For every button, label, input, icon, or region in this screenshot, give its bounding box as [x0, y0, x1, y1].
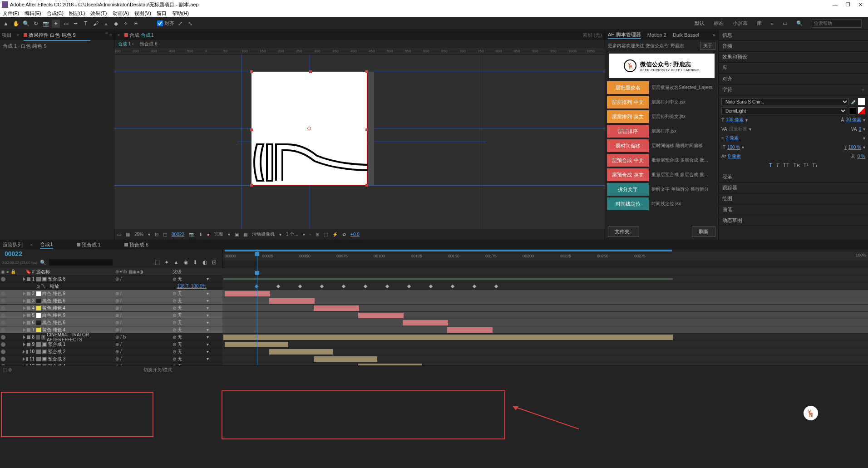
res-icon[interactable]: ▭ — [117, 232, 121, 237]
opt3-icon[interactable]: ⬚ — [324, 232, 328, 237]
workspace-more-icon[interactable]: » — [771, 21, 774, 26]
tab-tl-comp1[interactable]: 合成1 — [40, 241, 53, 249]
layer-row[interactable]: 1▦预合成 6⊕/⊘无▾ — [0, 276, 222, 283]
tab-effect-controls[interactable]: 效果控件 白色 纯色 9 — [24, 32, 75, 39]
help-search-input[interactable] — [812, 20, 862, 28]
menu-item[interactable]: 合成(C) — [47, 10, 64, 17]
snap-option-icon[interactable]: ⤢ — [176, 20, 184, 28]
font-size[interactable]: 138 像素 — [726, 117, 744, 123]
prop-section-4[interactable]: 对齐 — [719, 74, 868, 84]
channel-icon[interactable]: ⬇ — [199, 232, 202, 237]
menu-item[interactable]: 编辑(E) — [25, 10, 41, 17]
color-icon[interactable]: ● — [207, 232, 210, 237]
script-button[interactable]: 层批量改名 — [607, 81, 649, 94]
tab-tl-precomp6[interactable]: 预合成 6 — [124, 241, 148, 248]
script-button[interactable]: 时间线定位 — [607, 197, 649, 210]
track-row[interactable] — [222, 290, 868, 297]
frame-icon[interactable]: ⊡ — [155, 232, 158, 237]
tl-opt6-icon[interactable]: ◐ — [201, 258, 209, 266]
eyedropper-icon[interactable]: 💉 — [851, 99, 856, 104]
script-button[interactable]: 层预合成 中文 — [607, 154, 649, 167]
tl-opt4-icon[interactable]: ◉ — [182, 258, 190, 266]
tl-opt3-icon[interactable]: ▲ — [172, 258, 180, 266]
workspace-standard[interactable]: 标准 — [714, 20, 724, 27]
roto-tool-icon[interactable]: ✧ — [122, 20, 130, 28]
prop-section-0[interactable]: 信息 — [719, 30, 868, 41]
anchor-tool-icon[interactable]: ✦ — [52, 20, 60, 28]
swap-swatch[interactable] — [858, 107, 865, 114]
tab-tl-precomp1[interactable]: 预合成 1 — [77, 241, 101, 248]
mask-icon[interactable]: ◫ — [163, 232, 167, 237]
track-row[interactable] — [222, 276, 868, 283]
snap-option2-icon[interactable]: ⤡ — [186, 20, 194, 28]
scripts-more-icon[interactable]: » — [713, 32, 715, 38]
fill-swatch[interactable] — [858, 98, 865, 105]
layer-row[interactable]: 8TCINEMA4...TRATOR AFTEREFFECTS⊕/fx⊘无▾ — [0, 334, 222, 341]
eraser-tool-icon[interactable]: ◆ — [112, 20, 120, 28]
opt1-icon[interactable]: ▫ — [310, 232, 311, 237]
panel-dropdown-icon[interactable]: » — [105, 30, 108, 35]
kerning[interactable]: 度量标准 — [729, 126, 747, 132]
rotate-tool-icon[interactable]: ↻ — [32, 20, 40, 28]
view-icon[interactable]: ▦ — [243, 232, 247, 237]
opt2-icon[interactable]: ⊞ — [316, 232, 319, 237]
track-row[interactable] — [222, 355, 868, 363]
menu-item[interactable]: 视图(V) — [134, 10, 151, 17]
tl-opt1-icon[interactable]: ⬚ — [153, 258, 161, 266]
tab-project[interactable]: 项目 — [2, 32, 12, 39]
type-tool-icon[interactable]: T — [82, 20, 90, 28]
maximize-button[interactable]: ❐ — [846, 2, 850, 8]
prop-section-3[interactable]: 库 — [719, 63, 868, 74]
tab-script-manager[interactable]: AE 脚本管理器 — [608, 31, 641, 39]
about-button[interactable]: 关于 — [700, 42, 715, 50]
zoom-tool-icon[interactable]: 🔍 — [22, 20, 30, 28]
menu-item[interactable]: 动画(A) — [113, 10, 129, 17]
camera-dropdown[interactable]: 活动摄像机 — [252, 231, 275, 237]
pen-tool-icon[interactable]: ✒ — [72, 20, 80, 28]
grid-icon[interactable]: ▦ — [126, 232, 130, 237]
track-row[interactable] — [222, 334, 868, 341]
track-row[interactable] — [222, 341, 868, 348]
timeline-current-time[interactable]: 00022 — [0, 249, 222, 258]
refresh-button[interactable]: 刷新 — [692, 227, 715, 237]
prop-section-1[interactable]: 音频 — [719, 41, 868, 52]
snap-toggle[interactable]: 对齐 — [157, 20, 174, 27]
script-button[interactable]: 层层排列 中文 — [607, 96, 649, 108]
leading[interactable]: 30 像素 — [846, 117, 861, 123]
prop-section-6[interactable]: 段落 — [719, 172, 868, 182]
script-button[interactable]: 层层排序 — [607, 125, 649, 138]
region-icon[interactable]: ▣ — [235, 232, 239, 237]
layer-row[interactable]: 5白色 纯色 9⊕/⊘无▾ — [0, 312, 222, 319]
canvas-layer[interactable] — [252, 72, 367, 185]
brush-tool-icon[interactable]: 🖌 — [92, 20, 100, 28]
clone-tool-icon[interactable]: ⟁ — [102, 20, 110, 28]
playhead[interactable] — [257, 249, 257, 268]
tab-composition[interactable]: 合成 合成1 — [124, 32, 153, 39]
menu-item[interactable]: 帮助(H) — [172, 10, 189, 17]
stroke-width[interactable]: 2 像素 — [726, 135, 739, 141]
tab-motion2[interactable]: Motion 2 — [647, 32, 666, 38]
track-row[interactable] — [222, 319, 868, 326]
layer-row[interactable]: 2白色 纯色 9⊕/⊘无▾ — [0, 290, 222, 297]
menu-item[interactable]: 窗口 — [157, 10, 167, 17]
snapshot-icon[interactable]: 📷 — [189, 232, 194, 237]
workspace-small[interactable]: 小屏幕 — [733, 20, 748, 27]
quality-dropdown[interactable]: 完整 — [214, 231, 223, 237]
menu-item[interactable]: 文件(F) — [3, 10, 19, 17]
tab-render-queue[interactable]: 渲染队列 — [3, 241, 23, 248]
panel-menu-icon[interactable]: ≡ — [109, 32, 112, 38]
breadcrumb-comp1[interactable]: 合成 1 ‹ — [118, 41, 133, 47]
script-button[interactable]: 拆分文字 — [607, 183, 649, 196]
prop-section-7[interactable]: 跟踪器 — [719, 182, 868, 193]
prop-section-2[interactable]: 效果和预设 — [719, 52, 868, 63]
status-toggle-icon[interactable]: ⬚ ⊕ — [3, 367, 12, 372]
rect-tool-icon[interactable]: ▭ — [62, 20, 70, 28]
track-row[interactable] — [222, 326, 868, 334]
layer-row[interactable]: 11▦预合成 3⊕/⊘无▾ — [0, 355, 222, 363]
track-row[interactable] — [222, 312, 868, 319]
composition-viewer[interactable] — [114, 54, 605, 229]
opt4-icon[interactable]: ⚡ — [332, 232, 338, 237]
minimize-button[interactable]: — — [833, 2, 838, 8]
playhead-body[interactable] — [257, 268, 257, 365]
track-row[interactable] — [222, 348, 868, 355]
